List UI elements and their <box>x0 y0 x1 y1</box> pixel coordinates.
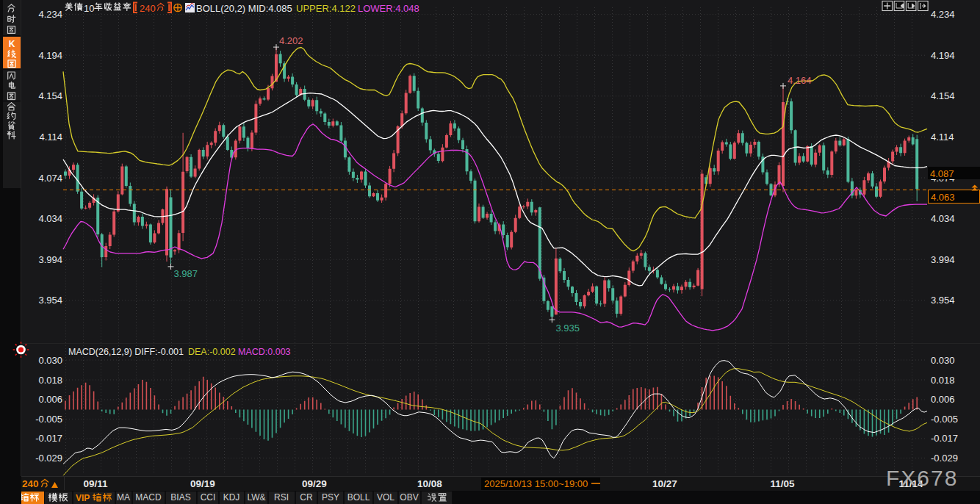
svg-text:4.202: 4.202 <box>279 35 303 46</box>
svg-text:4.063: 4.063 <box>931 192 955 203</box>
svg-text:4.114: 4.114 <box>931 132 954 143</box>
svg-text:VIP: VIP <box>76 493 90 503</box>
svg-text:K: K <box>9 39 15 49</box>
svg-text:CCI: CCI <box>201 492 216 503</box>
svg-text:-0.005: -0.005 <box>35 414 62 425</box>
svg-text:OBV: OBV <box>400 492 418 503</box>
svg-text:4.034: 4.034 <box>931 213 955 224</box>
svg-text:4.234: 4.234 <box>38 9 62 20</box>
svg-text:10/08: 10/08 <box>417 478 442 489</box>
svg-text:240: 240 <box>22 478 39 489</box>
svg-text:240: 240 <box>140 3 156 14</box>
svg-text:0.006: 0.006 <box>931 394 955 405</box>
svg-text:LW&: LW& <box>247 492 265 503</box>
svg-text:4.194: 4.194 <box>931 50 955 61</box>
svg-text:4.034: 4.034 <box>38 213 62 224</box>
svg-text:-0.005: -0.005 <box>931 414 958 425</box>
svg-text:BOLL(20,2) MID:4.085: BOLL(20,2) MID:4.085 <box>196 3 292 14</box>
svg-text:BOLL: BOLL <box>347 492 370 503</box>
svg-text:MACD(26,12,9) DIFF:-0.001: MACD(26,12,9) DIFF:-0.001 <box>68 347 184 357</box>
svg-text:4.074: 4.074 <box>38 173 62 184</box>
svg-text:2025/10/13 15:00~19:00: 2025/10/13 15:00~19:00 <box>484 478 588 489</box>
svg-text:09/19: 09/19 <box>190 478 215 489</box>
svg-text:0.006: 0.006 <box>38 394 62 405</box>
svg-text:4.194: 4.194 <box>38 50 62 61</box>
svg-text:RSI: RSI <box>274 492 289 503</box>
svg-text:CR: CR <box>300 492 313 503</box>
svg-text:3.994: 3.994 <box>38 254 62 265</box>
svg-text:09/29: 09/29 <box>302 478 327 489</box>
svg-text:-0.029: -0.029 <box>35 453 62 464</box>
svg-text:4.164: 4.164 <box>788 75 812 86</box>
svg-text:10: 10 <box>84 3 94 14</box>
svg-text:3.954: 3.954 <box>38 295 62 306</box>
svg-text:10/27: 10/27 <box>652 478 677 489</box>
svg-text:11/05: 11/05 <box>770 478 795 489</box>
svg-text:MACD:0.003: MACD:0.003 <box>238 347 291 357</box>
svg-text:FX678: FX678 <box>886 466 958 490</box>
svg-text:PSY: PSY <box>322 492 339 503</box>
svg-text:09/11: 09/11 <box>83 478 108 489</box>
svg-text:3.994: 3.994 <box>931 254 955 265</box>
svg-text:4.114: 4.114 <box>39 132 62 143</box>
svg-text:3.935: 3.935 <box>555 323 580 334</box>
svg-text:3.987: 3.987 <box>174 268 198 279</box>
svg-text:4.234: 4.234 <box>931 9 955 20</box>
svg-text:VOL: VOL <box>377 492 394 503</box>
svg-text:MA: MA <box>117 492 130 503</box>
svg-text:4.154: 4.154 <box>931 90 955 101</box>
svg-text:0.018: 0.018 <box>931 375 955 386</box>
svg-text:0.030: 0.030 <box>38 355 62 366</box>
svg-text:UPPER:4.122: UPPER:4.122 <box>296 3 356 14</box>
svg-text:MACD: MACD <box>135 492 162 503</box>
svg-text:LOWER:4.048: LOWER:4.048 <box>358 3 419 14</box>
svg-text:BIAS: BIAS <box>170 492 190 503</box>
svg-text:DEA:-0.002: DEA:-0.002 <box>188 347 236 357</box>
svg-text:KDJ: KDJ <box>223 492 240 503</box>
svg-text:-0.017: -0.017 <box>931 433 958 444</box>
svg-text:0.030: 0.030 <box>931 355 955 366</box>
svg-text:4.154: 4.154 <box>38 90 62 101</box>
svg-text:0.018: 0.018 <box>38 375 62 386</box>
svg-text:3.954: 3.954 <box>931 295 955 306</box>
svg-text:4.087: 4.087 <box>930 168 954 179</box>
svg-text:-0.029: -0.029 <box>931 453 958 464</box>
svg-text:-0.017: -0.017 <box>35 433 62 444</box>
